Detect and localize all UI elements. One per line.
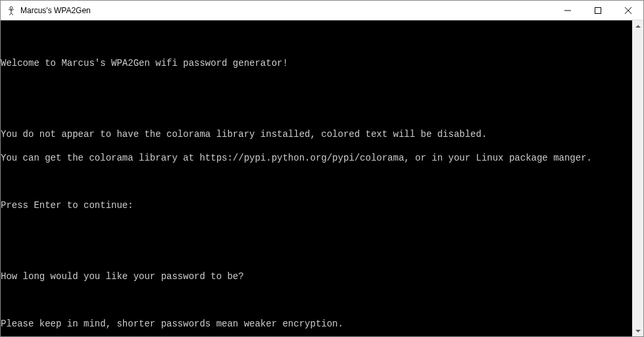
svg-marker-11 (635, 330, 641, 332)
window-controls (553, 1, 643, 20)
svg-line-5 (11, 13, 13, 15)
svg-rect-7 (595, 7, 601, 13)
scroll-down-arrow[interactable] (632, 325, 643, 336)
minimize-button[interactable] (553, 1, 583, 20)
console-line: Welcome to Marcus's WPA2Gen wifi passwor… (1, 57, 632, 69)
scroll-thumb[interactable] (632, 32, 643, 325)
svg-point-0 (10, 7, 12, 9)
console-output[interactable]: Welcome to Marcus's WPA2Gen wifi passwor… (1, 20, 632, 336)
vertical-scrollbar[interactable] (632, 20, 643, 336)
window-title: Marcus's WPA2Gen (20, 6, 553, 15)
console-line: Please keep in mind, shorter passwords m… (1, 318, 632, 330)
app-icon (6, 5, 16, 16)
maximize-button[interactable] (583, 1, 613, 20)
titlebar: Marcus's WPA2Gen (1, 1, 643, 20)
console-line: How long would you like your password to… (1, 271, 632, 282)
console-line: You can get the colorama library at http… (1, 152, 632, 164)
console-line: You do not appear to have the colorama l… (1, 128, 632, 140)
scroll-up-arrow[interactable] (632, 20, 643, 32)
console-line: Press Enter to continue: (1, 199, 632, 211)
scroll-track[interactable] (632, 32, 643, 325)
console-wrapper: Welcome to Marcus's WPA2Gen wifi passwor… (1, 20, 643, 336)
close-button[interactable] (613, 1, 643, 20)
svg-line-4 (9, 13, 11, 15)
svg-marker-10 (635, 25, 641, 28)
